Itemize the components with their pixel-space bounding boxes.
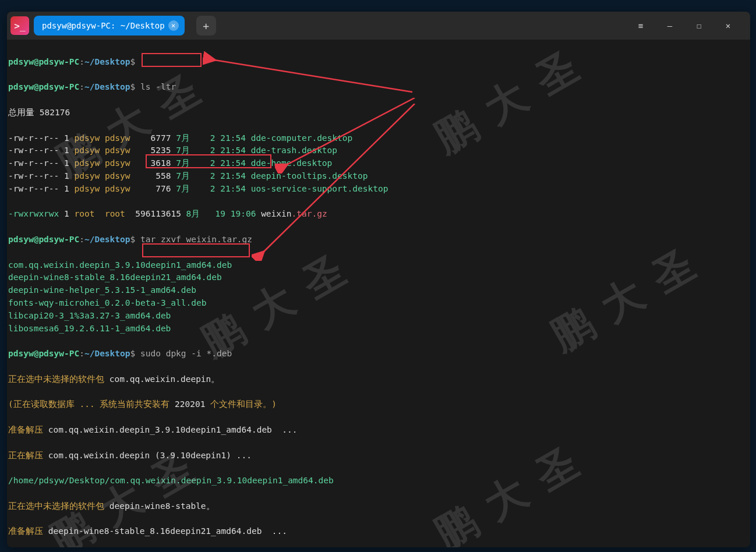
- tar-output-row: com.qq.weixin.deepin_3.9.10deepin1_amd64…: [8, 259, 749, 272]
- prompt-path: ~/Desktop: [84, 57, 130, 66]
- ls-total: 总用量 582176: [8, 107, 749, 119]
- maximize-button[interactable]: ☐: [690, 16, 708, 35]
- tab-active[interactable]: pdsyw@pdsyw-PC: ~/Desktop ×: [34, 16, 185, 36]
- tar-output-row: libosmesa6_19.2.6.11-1_amd64.deb: [8, 323, 749, 335]
- ls-row: -rw-r--r-- 1 pdsyw pdsyw 5235 7月 2 21:54…: [8, 144, 749, 157]
- prompt-user: pdsyw@pdsyw-PC: [8, 57, 79, 66]
- tar-output-row: fonts-wqy-microhei_0.2.0-beta-3_all.deb: [8, 297, 749, 310]
- close-button[interactable]: ✕: [719, 16, 737, 35]
- tar-output-row: deepin-wine-helper_5.3.15-1_amd64.deb: [8, 284, 749, 297]
- ls-row: -rw-r--r-- 1 pdsyw pdsyw 6777 7月 2 21:54…: [8, 132, 749, 145]
- tab-title: pdsyw@pdsyw-PC: ~/Desktop: [42, 21, 165, 30]
- menu-icon[interactable]: ≡: [631, 16, 650, 35]
- terminal-body[interactable]: pdsyw@pdsyw-PC:~/Desktop$ pdsyw@pdsyw-PC…: [7, 40, 750, 547]
- ls-row: -rw-r--r-- 1 pdsyw pdsyw 558 7月 2 21:54 …: [8, 170, 749, 183]
- tar-output-row: libcapi20-3_1%3a3.27-3_amd64.deb: [8, 310, 749, 323]
- command-dpkg: sudo dpkg -i *.deb: [140, 349, 232, 358]
- command-ls: ls -ltr: [140, 82, 176, 91]
- window-controls: ≡ — ☐ ✕: [631, 16, 747, 35]
- tar-output-row: deepin-wine8-stable_8.16deepin21_amd64.d…: [8, 271, 749, 284]
- terminal-app-icon: >_: [10, 16, 29, 35]
- minimize-button[interactable]: —: [660, 16, 679, 35]
- titlebar: >_ pdsyw@pdsyw-PC: ~/Desktop × + ≡ — ☐ ✕: [7, 12, 750, 40]
- command-tar: tar zxvf weixin.tar.gz: [140, 235, 252, 244]
- ls-row: -rw-r--r-- 1 pdsyw pdsyw 3618 7月 2 21:54…: [8, 157, 749, 170]
- new-tab-button[interactable]: +: [196, 16, 216, 36]
- terminal-window: >_ pdsyw@pdsyw-PC: ~/Desktop × + ≡ — ☐ ✕…: [7, 12, 750, 547]
- ls-row: -rw-r--r-- 1 pdsyw pdsyw 776 7月 2 21:54 …: [8, 183, 749, 196]
- tab-close-icon[interactable]: ×: [168, 20, 179, 31]
